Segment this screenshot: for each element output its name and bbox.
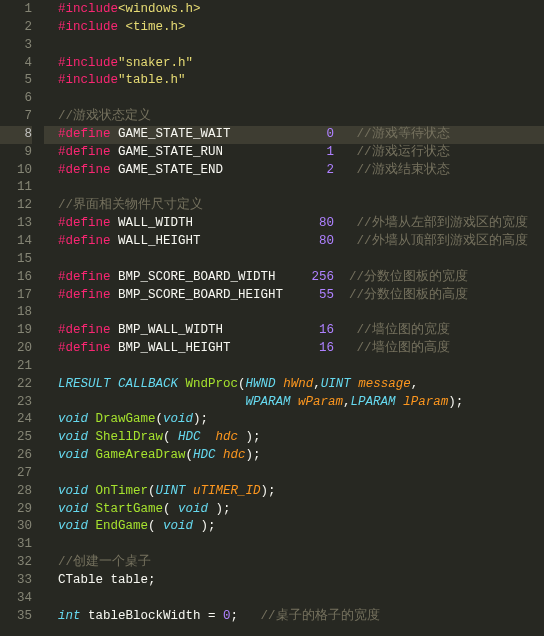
code-token: void: [178, 502, 208, 516]
code-line[interactable]: //创建一个桌子: [44, 554, 544, 572]
line-number: 7: [0, 108, 32, 126]
code-line[interactable]: [44, 37, 544, 55]
code-line[interactable]: #define GAME_STATE_RUN1 //游戏运行状态: [44, 144, 544, 162]
line-number: 17: [0, 287, 32, 305]
code-token: (: [156, 412, 164, 426]
code-line[interactable]: [44, 465, 544, 483]
line-number: 11: [0, 179, 32, 197]
code-line[interactable]: #include <time.h>: [44, 19, 544, 37]
code-token: 16: [300, 340, 334, 358]
line-number: 2: [0, 19, 32, 37]
code-token: #define: [58, 341, 111, 355]
code-token: 16: [300, 322, 334, 340]
code-token: GAME_STATE_WAIT: [118, 126, 300, 144]
code-token: [81, 609, 89, 623]
code-token: 80: [300, 233, 334, 251]
line-number: 6: [0, 90, 32, 108]
code-token: 55: [300, 287, 334, 305]
code-token: hWnd: [283, 377, 313, 391]
code-line[interactable]: #define WALL_WIDTH80 //外墙从左部到游戏区的宽度: [44, 215, 544, 233]
code-line[interactable]: #include"snaker.h": [44, 55, 544, 73]
code-line[interactable]: #define BMP_SCORE_BOARD_WIDTH256 //分数位图板…: [44, 269, 544, 287]
code-line[interactable]: [44, 179, 544, 197]
code-token: #define: [58, 288, 111, 302]
line-number-gutter: 1234567891011121314151617181920212223242…: [0, 0, 44, 636]
code-token: [334, 323, 357, 337]
code-token: [216, 448, 224, 462]
code-token: uTIMER_ID: [193, 484, 261, 498]
line-number: 5: [0, 72, 32, 90]
code-token: [334, 163, 357, 177]
code-token: int: [58, 609, 81, 623]
code-line[interactable]: void OnTimer(UINT uTIMER_ID);: [44, 483, 544, 501]
code-token: WPARAM: [246, 395, 291, 409]
code-token: (: [148, 484, 156, 498]
code-token: wParam: [298, 395, 343, 409]
code-token: <windows.h>: [118, 2, 201, 16]
code-line[interactable]: WPARAM wParam,LPARAM lParam);: [44, 394, 544, 412]
code-token: #include: [58, 56, 118, 70]
code-token: void: [58, 430, 88, 444]
code-line[interactable]: //界面相关物件尺寸定义: [44, 197, 544, 215]
code-token: [334, 341, 357, 355]
code-line[interactable]: [44, 251, 544, 269]
code-token: DrawGame: [96, 412, 156, 426]
code-line[interactable]: LRESULT CALLBACK WndProc(HWND hWnd,UINT …: [44, 376, 544, 394]
code-token: HWND: [246, 377, 276, 391]
code-line[interactable]: #include"table.h": [44, 72, 544, 90]
code-line[interactable]: void GameAreaDraw(HDC hdc);: [44, 447, 544, 465]
code-line[interactable]: CTable table;: [44, 572, 544, 590]
code-token: void: [58, 502, 88, 516]
line-number: 33: [0, 572, 32, 590]
code-token: WndProc: [186, 377, 239, 391]
line-number: 15: [0, 251, 32, 269]
code-token: //游戏等待状态: [357, 127, 450, 141]
code-token: #define: [58, 234, 111, 248]
code-editor-area[interactable]: #include<windows.h>#include <time.h>#inc…: [44, 0, 544, 636]
code-token: EndGame: [96, 519, 149, 533]
code-line[interactable]: void ShellDraw( HDC hdc );: [44, 429, 544, 447]
code-token: [88, 502, 96, 516]
code-token: [111, 216, 119, 230]
code-line[interactable]: void EndGame( void );: [44, 518, 544, 536]
code-line[interactable]: #define BMP_WALL_WIDTH16 //墙位图的宽度: [44, 322, 544, 340]
code-line[interactable]: #include<windows.h>: [44, 1, 544, 19]
code-line[interactable]: [44, 536, 544, 554]
code-line[interactable]: [44, 304, 544, 322]
code-token: ;: [231, 609, 261, 623]
code-line[interactable]: [44, 358, 544, 376]
code-line[interactable]: #define BMP_SCORE_BOARD_HEIGHT55 //分数位图板…: [44, 287, 544, 305]
code-line[interactable]: void DrawGame(void);: [44, 411, 544, 429]
code-token: HDC: [178, 430, 201, 444]
code-token: //创建一个桌子: [58, 555, 151, 569]
code-line[interactable]: int tableBlockWidth = 0; //桌子的格子的宽度: [44, 608, 544, 626]
code-token: ,: [343, 395, 351, 409]
line-number: 4: [0, 55, 32, 73]
line-number: 23: [0, 394, 32, 412]
code-token: GameAreaDraw: [96, 448, 186, 462]
line-number: 31: [0, 536, 32, 554]
line-number: 30: [0, 518, 32, 536]
line-number: 14: [0, 233, 32, 251]
code-token: );: [448, 395, 463, 409]
code-line[interactable]: #define WALL_HEIGHT80 //外墙从顶部到游戏区的高度: [44, 233, 544, 251]
code-line[interactable]: [44, 90, 544, 108]
code-line[interactable]: #define BMP_WALL_HEIGHT16 //墙位图的高度: [44, 340, 544, 358]
code-token: BMP_WALL_HEIGHT: [118, 340, 300, 358]
code-token: //界面相关物件尺寸定义: [58, 198, 203, 212]
code-token: [88, 484, 96, 498]
code-token: [111, 288, 119, 302]
code-token: [88, 430, 96, 444]
line-number: 19: [0, 322, 32, 340]
code-line[interactable]: //游戏状态定义: [44, 108, 544, 126]
code-token: 0: [300, 126, 334, 144]
line-number: 10: [0, 162, 32, 180]
code-line[interactable]: void StartGame( void );: [44, 501, 544, 519]
line-number: 9: [0, 144, 32, 162]
code-line[interactable]: #define GAME_STATE_WAIT0 //游戏等待状态: [44, 126, 544, 144]
code-token: [334, 288, 349, 302]
code-line[interactable]: #define GAME_STATE_END2 //游戏结束状态: [44, 162, 544, 180]
code-line[interactable]: [44, 590, 544, 608]
line-number: 3: [0, 37, 32, 55]
code-token: //桌子的格子的宽度: [261, 609, 380, 623]
